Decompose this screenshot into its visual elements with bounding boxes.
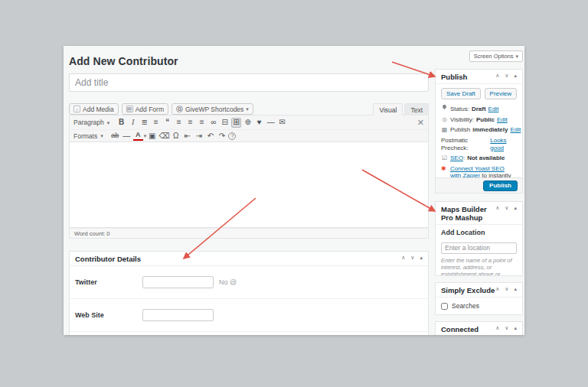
add-media-button[interactable]: ♪ Add Media	[69, 103, 119, 115]
align-right-icon[interactable]: ≡	[197, 118, 207, 128]
formats-dropdown-label: Formats	[74, 132, 97, 140]
horizontal-rule-icon[interactable]: —	[122, 131, 132, 141]
toggle-icon[interactable]: ▴	[420, 255, 423, 260]
tab-visual[interactable]: Visual	[373, 103, 403, 115]
distraction-free-icon[interactable]: ✕	[417, 118, 424, 128]
maps-builder-header[interactable]: Maps Builder Pro Mashup ∧ ∨ ▴	[436, 202, 522, 225]
special-character-icon[interactable]: Ω	[171, 131, 181, 141]
visibility-row: ⊙ Visibility: Public Edit	[441, 116, 517, 124]
heart-icon[interactable]: ♥	[254, 118, 264, 128]
chevron-down-icon: ▾	[246, 106, 249, 112]
paragraph-dropdown-label: Paragraph	[74, 119, 104, 126]
postmatic-link[interactable]: Looks good	[490, 137, 517, 152]
move-up-icon[interactable]: ∧	[495, 205, 499, 210]
align-left-icon[interactable]: ≡	[174, 118, 184, 128]
paragraph-dropdown[interactable]: Paragraph ▾	[74, 119, 109, 126]
media-buttons-row: ♪ Add Media ▤ Add Form G GiveWP Shortcod…	[69, 101, 429, 115]
twitter-input[interactable]	[142, 276, 214, 288]
toolbar-row-2: Formats ▾ ab — A ▾ ▣ ⌫ Ω ⇤ ⇥ ↶ ↷ ?	[70, 129, 428, 141]
undo-icon[interactable]: ↶	[205, 131, 215, 141]
add-media-icon: ♪	[74, 106, 80, 112]
move-down-icon[interactable]: ∨	[505, 286, 508, 291]
contributor-details-metabox: Contributor Details ∧ ∨ ▴ Twitter No @ W…	[69, 251, 429, 335]
givewp-icon: G	[176, 106, 183, 112]
toolbar-toggle-icon[interactable]: ⊞	[231, 118, 241, 128]
editor-toolbar: Paragraph ▾ B I ≣ ≡ “ ≡ ≡ ≡ ∞ ⊟ ⊞ ⊕ ♥ — …	[69, 115, 429, 142]
italic-icon[interactable]: I	[128, 118, 138, 128]
move-up-icon[interactable]: ∧	[401, 255, 405, 260]
indent-icon[interactable]: ⇥	[194, 131, 204, 141]
insert-circle-icon[interactable]: ⊕	[243, 118, 253, 128]
align-center-icon[interactable]: ≡	[185, 118, 195, 128]
contributor-details-title: Contributor Details	[75, 255, 141, 263]
read-more-icon[interactable]: ⊟	[220, 118, 230, 128]
text-color-icon[interactable]: A	[133, 132, 143, 141]
plugin-extra-icon[interactable]: ✉	[277, 118, 287, 128]
save-draft-button[interactable]: Save Draft	[441, 88, 481, 99]
searches-checkbox[interactable]	[441, 303, 448, 310]
screen-options-button[interactable]: Screen Options ▾	[469, 50, 523, 62]
bullet-list-icon[interactable]: ≣	[139, 118, 149, 128]
strikethrough-icon[interactable]: ab	[110, 131, 120, 141]
numbered-list-icon[interactable]: ≡	[151, 118, 161, 128]
status-edit-link[interactable]: Edit	[488, 106, 499, 113]
connected-essays-header[interactable]: Connected Essays ∧ ∨ ▴	[436, 322, 522, 335]
schedule-row: ▦ Publish immediately Edit	[441, 126, 517, 134]
move-down-icon[interactable]: ∨	[410, 255, 414, 260]
help-icon[interactable]: ?	[228, 132, 236, 140]
move-up-icon[interactable]: ∧	[495, 325, 499, 330]
paste-as-text-icon[interactable]: ▣	[147, 131, 157, 141]
add-form-button[interactable]: ▤ Add Form	[122, 103, 168, 115]
location-input[interactable]	[441, 242, 517, 254]
dash-icon[interactable]: —	[266, 118, 276, 128]
move-up-icon[interactable]: ∧	[495, 73, 499, 78]
location-description: Enter the name of a point of interest, a…	[441, 257, 517, 277]
formats-dropdown[interactable]: Formats ▾	[74, 132, 103, 140]
seo-check-icon: ☑	[441, 154, 448, 162]
move-down-icon[interactable]: ∨	[505, 325, 508, 330]
toggle-icon[interactable]: ▴	[514, 286, 517, 291]
blockquote-icon[interactable]: “	[162, 118, 172, 128]
schedule-label: Publish	[450, 126, 470, 134]
seo-link[interactable]: SEO	[450, 154, 463, 161]
page-title: Add New Contributor	[69, 55, 429, 67]
tab-text[interactable]: Text	[404, 103, 429, 115]
postmatic-label: Postmatic Precheck:	[441, 137, 488, 152]
schedule-edit-link[interactable]: Edit	[511, 126, 521, 134]
seo-row: ☑ SEO: Not available	[441, 154, 517, 162]
publish-button[interactable]: Publish	[483, 180, 518, 191]
bold-icon[interactable]: B	[116, 118, 126, 128]
toggle-icon[interactable]: ▴	[514, 325, 517, 330]
post-title-input[interactable]	[69, 73, 429, 92]
chevron-down-icon: ▾	[107, 120, 110, 125]
redo-icon[interactable]: ↷	[217, 131, 227, 141]
visibility-edit-link[interactable]: Edit	[497, 116, 508, 124]
clear-formatting-icon[interactable]: ⌫	[158, 131, 169, 141]
link-icon[interactable]: ∞	[208, 118, 218, 128]
screen-options-label: Screen Options	[474, 53, 514, 60]
twitter-field-row: Twitter No @	[70, 266, 428, 299]
move-down-icon[interactable]: ∨	[505, 73, 508, 78]
metabox-handle-icons: ∧ ∨ ▴	[401, 255, 423, 260]
add-form-label: Add Form	[136, 106, 164, 113]
chevron-down-icon: ▾	[144, 133, 147, 138]
editor-statusbar: Word count: 0	[69, 228, 429, 239]
publish-metabox: Publish ∧ ∨ ▴ Save Draft Preview Status:…	[435, 69, 523, 194]
simply-exclude-metabox: Simply Exclude ∧ ∨ ▴ Searches	[435, 282, 523, 315]
simply-exclude-header[interactable]: Simply Exclude ∧ ∨ ▴	[436, 283, 522, 298]
contributor-details-header[interactable]: Contributor Details ∧ ∨ ▴	[70, 252, 428, 266]
toggle-icon[interactable]: ▴	[514, 205, 517, 210]
wordpress-admin-screenshot: Add New Contributor ♪ Add Media ▤ Add Fo…	[64, 46, 524, 335]
publish-header[interactable]: Publish ∧ ∨ ▴	[436, 70, 522, 84]
editor-content-area[interactable]	[69, 142, 429, 228]
website-field-row: Web Site	[70, 299, 428, 332]
move-up-icon[interactable]: ∧	[495, 286, 499, 291]
outdent-icon[interactable]: ⇤	[182, 131, 192, 141]
toggle-icon[interactable]: ▴	[514, 73, 517, 78]
move-down-icon[interactable]: ∨	[505, 205, 508, 210]
connected-essays-title: Connected Essays	[441, 325, 495, 335]
givewp-shortcodes-button[interactable]: G GiveWP Shortcodes ▾	[172, 103, 253, 115]
pin-icon	[441, 104, 448, 111]
website-input[interactable]	[142, 309, 214, 321]
preview-button[interactable]: Preview	[485, 88, 517, 99]
